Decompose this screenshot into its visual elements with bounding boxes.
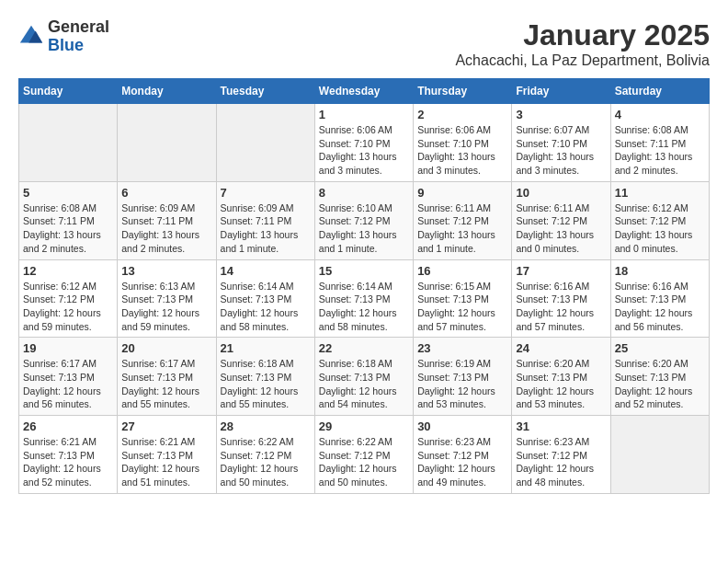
day-number: 19 <box>23 341 113 355</box>
day-info: Sunrise: 6:14 AM Sunset: 7:13 PM Dayligh… <box>221 280 311 334</box>
week-row-1: 1Sunrise: 6:06 AM Sunset: 7:10 PM Daylig… <box>19 104 710 182</box>
day-info: Sunrise: 6:09 AM Sunset: 7:11 PM Dayligh… <box>221 201 311 256</box>
logo-general-text: General <box>48 18 109 37</box>
day-number: 14 <box>221 264 311 278</box>
day-number: 12 <box>23 264 113 278</box>
calendar-cell: 5Sunrise: 6:08 AM Sunset: 7:11 PM Daylig… <box>19 181 118 259</box>
day-info: Sunrise: 6:20 AM Sunset: 7:13 PM Dayligh… <box>516 357 606 411</box>
day-number: 13 <box>121 264 211 278</box>
day-number: 29 <box>319 419 409 433</box>
calendar-cell: 13Sunrise: 6:13 AM Sunset: 7:13 PM Dayli… <box>118 259 216 338</box>
weekday-header-monday: Monday <box>118 79 216 104</box>
weekday-header-thursday: Thursday <box>414 79 512 104</box>
day-number: 23 <box>417 341 507 355</box>
calendar-cell: 19Sunrise: 6:17 AM Sunset: 7:13 PM Dayli… <box>19 338 118 416</box>
day-number: 7 <box>221 186 311 200</box>
day-info: Sunrise: 6:22 AM Sunset: 7:12 PM Dayligh… <box>221 435 311 489</box>
week-row-4: 19Sunrise: 6:17 AM Sunset: 7:13 PM Dayli… <box>19 338 710 416</box>
day-number: 5 <box>23 186 113 200</box>
day-info: Sunrise: 6:15 AM Sunset: 7:13 PM Dayligh… <box>417 280 507 334</box>
calendar-cell: 11Sunrise: 6:12 AM Sunset: 7:12 PM Dayli… <box>610 181 709 259</box>
day-info: Sunrise: 6:08 AM Sunset: 7:11 PM Dayligh… <box>615 123 705 178</box>
calendar-cell: 2Sunrise: 6:06 AM Sunset: 7:10 PM Daylig… <box>414 104 512 182</box>
calendar-cell: 26Sunrise: 6:21 AM Sunset: 7:13 PM Dayli… <box>19 416 118 494</box>
day-number: 10 <box>516 186 606 200</box>
calendar-cell: 17Sunrise: 6:16 AM Sunset: 7:13 PM Dayli… <box>512 259 610 338</box>
day-number: 18 <box>615 264 705 278</box>
calendar-cell: 6Sunrise: 6:09 AM Sunset: 7:11 PM Daylig… <box>118 181 216 259</box>
day-info: Sunrise: 6:16 AM Sunset: 7:13 PM Dayligh… <box>615 280 705 334</box>
weekday-header-sunday: Sunday <box>19 79 118 104</box>
week-row-3: 12Sunrise: 6:12 AM Sunset: 7:12 PM Dayli… <box>19 259 710 338</box>
day-info: Sunrise: 6:17 AM Sunset: 7:13 PM Dayligh… <box>23 357 113 411</box>
day-number: 27 <box>121 419 211 433</box>
weekday-header-saturday: Saturday <box>610 79 709 104</box>
calendar-cell: 21Sunrise: 6:18 AM Sunset: 7:13 PM Dayli… <box>216 338 314 416</box>
day-number: 25 <box>615 341 705 355</box>
day-info: Sunrise: 6:14 AM Sunset: 7:13 PM Dayligh… <box>319 280 409 334</box>
day-info: Sunrise: 6:09 AM Sunset: 7:11 PM Dayligh… <box>121 201 211 256</box>
calendar-cell: 9Sunrise: 6:11 AM Sunset: 7:12 PM Daylig… <box>414 181 512 259</box>
calendar-cell: 28Sunrise: 6:22 AM Sunset: 7:12 PM Dayli… <box>216 416 314 494</box>
day-number: 28 <box>221 419 311 433</box>
page-header: General Blue January 2025 Achacachi, La … <box>18 18 710 69</box>
day-info: Sunrise: 6:20 AM Sunset: 7:13 PM Dayligh… <box>615 357 705 411</box>
calendar-cell: 31Sunrise: 6:23 AM Sunset: 7:12 PM Dayli… <box>512 416 610 494</box>
day-number: 30 <box>417 419 507 433</box>
day-number: 24 <box>516 341 606 355</box>
day-info: Sunrise: 6:12 AM Sunset: 7:12 PM Dayligh… <box>615 201 705 256</box>
calendar-cell: 1Sunrise: 6:06 AM Sunset: 7:10 PM Daylig… <box>314 104 413 182</box>
calendar-cell: 20Sunrise: 6:17 AM Sunset: 7:13 PM Dayli… <box>118 338 216 416</box>
day-info: Sunrise: 6:11 AM Sunset: 7:12 PM Dayligh… <box>516 201 606 256</box>
calendar-cell: 18Sunrise: 6:16 AM Sunset: 7:13 PM Dayli… <box>610 259 709 338</box>
calendar-cell: 16Sunrise: 6:15 AM Sunset: 7:13 PM Dayli… <box>414 259 512 338</box>
calendar-table: SundayMondayTuesdayWednesdayThursdayFrid… <box>18 78 710 494</box>
day-info: Sunrise: 6:17 AM Sunset: 7:13 PM Dayligh… <box>121 357 211 411</box>
day-number: 22 <box>319 341 409 355</box>
calendar-cell: 30Sunrise: 6:23 AM Sunset: 7:12 PM Dayli… <box>414 416 512 494</box>
day-number: 26 <box>23 419 113 433</box>
calendar-cell: 25Sunrise: 6:20 AM Sunset: 7:13 PM Dayli… <box>610 338 709 416</box>
day-number: 1 <box>319 108 409 121</box>
day-number: 3 <box>516 108 606 121</box>
day-number: 11 <box>615 186 705 200</box>
day-info: Sunrise: 6:12 AM Sunset: 7:12 PM Dayligh… <box>23 280 113 334</box>
calendar-cell: 22Sunrise: 6:18 AM Sunset: 7:13 PM Dayli… <box>314 338 413 416</box>
calendar-cell <box>610 416 709 494</box>
day-number: 8 <box>319 186 409 200</box>
day-info: Sunrise: 6:19 AM Sunset: 7:13 PM Dayligh… <box>417 357 507 411</box>
calendar-cell: 29Sunrise: 6:22 AM Sunset: 7:12 PM Dayli… <box>314 416 413 494</box>
day-number: 2 <box>417 108 507 121</box>
logo: General Blue <box>18 18 109 55</box>
day-info: Sunrise: 6:06 AM Sunset: 7:10 PM Dayligh… <box>319 123 409 178</box>
day-info: Sunrise: 6:21 AM Sunset: 7:13 PM Dayligh… <box>121 435 211 489</box>
calendar-cell <box>19 104 118 182</box>
day-info: Sunrise: 6:11 AM Sunset: 7:12 PM Dayligh… <box>417 201 507 256</box>
calendar-cell: 27Sunrise: 6:21 AM Sunset: 7:13 PM Dayli… <box>118 416 216 494</box>
calendar-cell: 24Sunrise: 6:20 AM Sunset: 7:13 PM Dayli… <box>512 338 610 416</box>
calendar-cell: 14Sunrise: 6:14 AM Sunset: 7:13 PM Dayli… <box>216 259 314 338</box>
day-info: Sunrise: 6:21 AM Sunset: 7:13 PM Dayligh… <box>23 435 113 489</box>
day-number: 4 <box>615 108 705 121</box>
day-info: Sunrise: 6:10 AM Sunset: 7:12 PM Dayligh… <box>319 201 409 256</box>
day-number: 15 <box>319 264 409 278</box>
day-info: Sunrise: 6:06 AM Sunset: 7:10 PM Dayligh… <box>417 123 507 178</box>
day-number: 31 <box>516 419 606 433</box>
calendar-cell: 10Sunrise: 6:11 AM Sunset: 7:12 PM Dayli… <box>512 181 610 259</box>
day-info: Sunrise: 6:16 AM Sunset: 7:13 PM Dayligh… <box>516 280 606 334</box>
day-number: 21 <box>221 341 311 355</box>
calendar-cell <box>216 104 314 182</box>
calendar-cell: 15Sunrise: 6:14 AM Sunset: 7:13 PM Dayli… <box>314 259 413 338</box>
logo-icon <box>18 24 44 50</box>
week-row-2: 5Sunrise: 6:08 AM Sunset: 7:11 PM Daylig… <box>19 181 710 259</box>
day-info: Sunrise: 6:13 AM Sunset: 7:13 PM Dayligh… <box>121 280 211 334</box>
calendar-cell: 8Sunrise: 6:10 AM Sunset: 7:12 PM Daylig… <box>314 181 413 259</box>
day-info: Sunrise: 6:08 AM Sunset: 7:11 PM Dayligh… <box>23 201 113 256</box>
weekday-header-friday: Friday <box>512 79 610 104</box>
calendar-cell: 7Sunrise: 6:09 AM Sunset: 7:11 PM Daylig… <box>216 181 314 259</box>
day-info: Sunrise: 6:23 AM Sunset: 7:12 PM Dayligh… <box>417 435 507 489</box>
calendar-cell: 4Sunrise: 6:08 AM Sunset: 7:11 PM Daylig… <box>610 104 709 182</box>
day-number: 6 <box>121 186 211 200</box>
weekday-header-tuesday: Tuesday <box>216 79 314 104</box>
calendar-cell: 12Sunrise: 6:12 AM Sunset: 7:12 PM Dayli… <box>19 259 118 338</box>
